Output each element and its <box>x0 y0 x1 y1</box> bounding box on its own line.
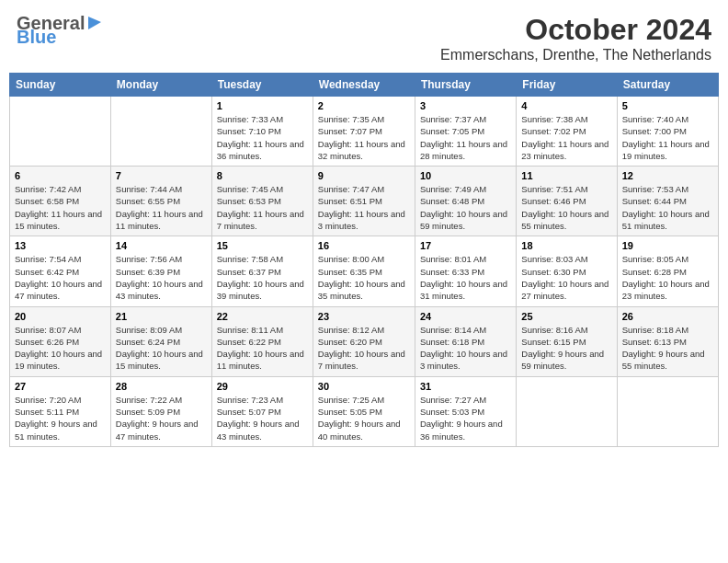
day-info: Sunrise: 7:47 AMSunset: 6:51 PMDaylight:… <box>318 183 410 232</box>
day-info: Sunrise: 7:45 AMSunset: 6:53 PMDaylight:… <box>217 183 308 232</box>
title-section: October 2024 Emmerschans, Drenthe, The N… <box>440 13 711 63</box>
day-info: Sunrise: 8:14 AMSunset: 6:18 PMDaylight:… <box>420 324 511 373</box>
calendar-cell: 22Sunrise: 8:11 AMSunset: 6:22 PMDayligh… <box>211 306 313 376</box>
calendar-cell: 26Sunrise: 8:18 AMSunset: 6:13 PMDayligh… <box>617 306 718 376</box>
logo-blue-text: Blue <box>17 27 56 48</box>
day-of-week-header: Tuesday <box>211 74 313 97</box>
day-number: 31 <box>420 381 511 392</box>
day-info: Sunrise: 7:42 AMSunset: 6:58 PMDaylight:… <box>15 183 106 232</box>
calendar-cell: 6Sunrise: 7:42 AMSunset: 6:58 PMDaylight… <box>10 167 111 236</box>
day-info: Sunrise: 7:23 AMSunset: 5:07 PMDaylight:… <box>217 394 308 442</box>
day-number: 6 <box>15 170 106 181</box>
day-number: 15 <box>217 240 308 251</box>
calendar-cell: 10Sunrise: 7:49 AMSunset: 6:48 PMDayligh… <box>415 167 516 236</box>
calendar-week-row: 1Sunrise: 7:33 AMSunset: 7:10 PMDaylight… <box>10 97 719 167</box>
day-number: 19 <box>622 240 713 251</box>
day-info: Sunrise: 7:40 AMSunset: 7:00 PMDaylight:… <box>622 113 713 162</box>
calendar-week-row: 20Sunrise: 8:07 AMSunset: 6:26 PMDayligh… <box>10 306 719 376</box>
day-info: Sunrise: 7:54 AMSunset: 6:42 PMDaylight:… <box>15 253 106 302</box>
day-number: 20 <box>15 311 106 322</box>
calendar-cell: 5Sunrise: 7:40 AMSunset: 7:00 PMDaylight… <box>617 97 718 167</box>
calendar-cell: 28Sunrise: 7:22 AMSunset: 5:09 PMDayligh… <box>110 376 211 446</box>
day-of-week-header: Monday <box>110 74 211 97</box>
day-number: 29 <box>217 381 308 392</box>
calendar-cell: 31Sunrise: 7:27 AMSunset: 5:03 PMDayligh… <box>415 376 516 446</box>
day-number: 4 <box>521 100 611 111</box>
day-info: Sunrise: 7:38 AMSunset: 7:02 PMDaylight:… <box>521 113 611 162</box>
day-of-week-header: Friday <box>517 74 617 97</box>
day-of-week-header: Saturday <box>617 74 718 97</box>
day-info: Sunrise: 7:33 AMSunset: 7:10 PMDaylight:… <box>217 113 308 162</box>
day-info: Sunrise: 7:35 AMSunset: 7:07 PMDaylight:… <box>318 113 410 162</box>
calendar-cell: 29Sunrise: 7:23 AMSunset: 5:07 PMDayligh… <box>211 376 313 446</box>
day-info: Sunrise: 8:11 AMSunset: 6:22 PMDaylight:… <box>217 324 308 373</box>
day-number: 8 <box>217 170 308 181</box>
day-info: Sunrise: 8:07 AMSunset: 6:26 PMDaylight:… <box>15 324 106 373</box>
day-number: 16 <box>318 240 410 251</box>
day-number: 24 <box>420 311 511 322</box>
calendar-cell <box>517 376 617 446</box>
calendar-cell: 9Sunrise: 7:47 AMSunset: 6:51 PMDaylight… <box>313 167 415 236</box>
calendar-cell: 24Sunrise: 8:14 AMSunset: 6:18 PMDayligh… <box>415 306 516 376</box>
day-number: 25 <box>521 311 611 322</box>
calendar-cell: 8Sunrise: 7:45 AMSunset: 6:53 PMDaylight… <box>211 167 313 236</box>
calendar-cell <box>617 376 718 446</box>
day-number: 2 <box>318 100 410 111</box>
calendar-cell: 27Sunrise: 7:20 AMSunset: 5:11 PMDayligh… <box>10 376 111 446</box>
calendar-cell: 12Sunrise: 7:53 AMSunset: 6:44 PMDayligh… <box>617 167 718 236</box>
day-number: 7 <box>116 170 207 181</box>
calendar-cell: 14Sunrise: 7:56 AMSunset: 6:39 PMDayligh… <box>110 236 211 306</box>
day-info: Sunrise: 7:22 AMSunset: 5:09 PMDaylight:… <box>116 394 207 442</box>
day-number: 3 <box>420 100 511 111</box>
day-number: 12 <box>622 170 713 181</box>
calendar-week-row: 13Sunrise: 7:54 AMSunset: 6:42 PMDayligh… <box>10 236 719 306</box>
day-number: 10 <box>420 170 511 181</box>
day-number: 9 <box>318 170 410 181</box>
calendar-cell: 16Sunrise: 8:00 AMSunset: 6:35 PMDayligh… <box>313 236 415 306</box>
svg-marker-0 <box>88 17 101 29</box>
calendar-cell: 19Sunrise: 8:05 AMSunset: 6:28 PMDayligh… <box>617 236 718 306</box>
day-number: 5 <box>622 100 713 111</box>
day-number: 13 <box>15 240 106 251</box>
calendar-cell: 30Sunrise: 7:25 AMSunset: 5:05 PMDayligh… <box>313 376 415 446</box>
location-subtitle: Emmerschans, Drenthe, The Netherlands <box>440 47 711 63</box>
calendar-header-row: SundayMondayTuesdayWednesdayThursdayFrid… <box>10 74 719 97</box>
calendar-cell <box>110 97 211 167</box>
calendar-cell: 15Sunrise: 7:58 AMSunset: 6:37 PMDayligh… <box>211 236 313 306</box>
calendar-cell: 20Sunrise: 8:07 AMSunset: 6:26 PMDayligh… <box>10 306 111 376</box>
day-number: 23 <box>318 311 410 322</box>
calendar-cell: 18Sunrise: 8:03 AMSunset: 6:30 PMDayligh… <box>517 236 617 306</box>
day-info: Sunrise: 8:00 AMSunset: 6:35 PMDaylight:… <box>318 253 410 302</box>
day-number: 30 <box>318 381 410 392</box>
day-number: 27 <box>15 381 106 392</box>
day-info: Sunrise: 7:25 AMSunset: 5:05 PMDaylight:… <box>318 394 410 442</box>
calendar-week-row: 6Sunrise: 7:42 AMSunset: 6:58 PMDaylight… <box>10 167 719 236</box>
calendar-cell: 25Sunrise: 8:16 AMSunset: 6:15 PMDayligh… <box>517 306 617 376</box>
calendar-cell: 13Sunrise: 7:54 AMSunset: 6:42 PMDayligh… <box>10 236 111 306</box>
day-of-week-header: Sunday <box>10 74 111 97</box>
day-number: 11 <box>521 170 611 181</box>
calendar-week-row: 27Sunrise: 7:20 AMSunset: 5:11 PMDayligh… <box>10 376 719 446</box>
day-info: Sunrise: 7:53 AMSunset: 6:44 PMDaylight:… <box>622 183 713 232</box>
day-info: Sunrise: 8:16 AMSunset: 6:15 PMDaylight:… <box>521 324 611 373</box>
calendar-cell: 7Sunrise: 7:44 AMSunset: 6:55 PMDaylight… <box>110 167 211 236</box>
calendar-cell: 1Sunrise: 7:33 AMSunset: 7:10 PMDaylight… <box>211 97 313 167</box>
day-info: Sunrise: 8:01 AMSunset: 6:33 PMDaylight:… <box>420 253 511 302</box>
day-info: Sunrise: 7:37 AMSunset: 7:05 PMDaylight:… <box>420 113 511 162</box>
day-info: Sunrise: 7:20 AMSunset: 5:11 PMDaylight:… <box>15 394 106 442</box>
day-number: 1 <box>217 100 308 111</box>
day-info: Sunrise: 7:56 AMSunset: 6:39 PMDaylight:… <box>116 253 207 302</box>
calendar-cell: 17Sunrise: 8:01 AMSunset: 6:33 PMDayligh… <box>415 236 516 306</box>
calendar-cell: 21Sunrise: 8:09 AMSunset: 6:24 PMDayligh… <box>110 306 211 376</box>
day-number: 26 <box>622 311 713 322</box>
logo-icon <box>86 15 103 31</box>
day-info: Sunrise: 7:58 AMSunset: 6:37 PMDaylight:… <box>217 253 308 302</box>
month-title: October 2024 <box>440 13 711 47</box>
day-number: 14 <box>116 240 207 251</box>
logo: General Blue <box>17 13 103 48</box>
calendar-cell: 11Sunrise: 7:51 AMSunset: 6:46 PMDayligh… <box>517 167 617 236</box>
day-of-week-header: Thursday <box>415 74 516 97</box>
day-info: Sunrise: 8:18 AMSunset: 6:13 PMDaylight:… <box>622 324 713 373</box>
calendar-cell: 23Sunrise: 8:12 AMSunset: 6:20 PMDayligh… <box>313 306 415 376</box>
day-info: Sunrise: 7:51 AMSunset: 6:46 PMDaylight:… <box>521 183 611 232</box>
